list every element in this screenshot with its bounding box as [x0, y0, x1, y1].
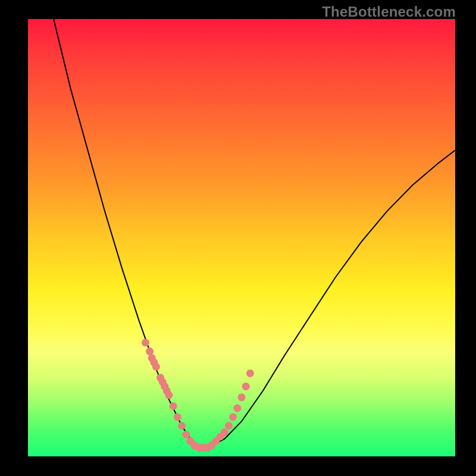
marker-dot — [242, 383, 250, 390]
chart-frame: TheBottleneck.com — [0, 0, 476, 476]
marker-dot — [146, 347, 154, 355]
marker-dot — [221, 428, 228, 436]
marker-dot — [229, 413, 237, 421]
marker-dot — [142, 339, 149, 346]
marker-dot — [246, 369, 254, 377]
marker-dot — [174, 413, 181, 421]
marker-dot — [152, 363, 160, 371]
chart-overlay — [28, 19, 455, 456]
bottleneck-curve — [54, 19, 455, 447]
marker-dot — [238, 393, 246, 401]
marker-dot — [178, 422, 186, 430]
marker-dot — [225, 422, 233, 430]
watermark-text: TheBottleneck.com — [322, 4, 456, 20]
marker-dot — [182, 431, 190, 439]
marker-dot — [170, 402, 177, 410]
bottleneck-dots — [142, 339, 254, 451]
marker-dot — [233, 405, 241, 412]
marker-dot — [165, 392, 173, 399]
